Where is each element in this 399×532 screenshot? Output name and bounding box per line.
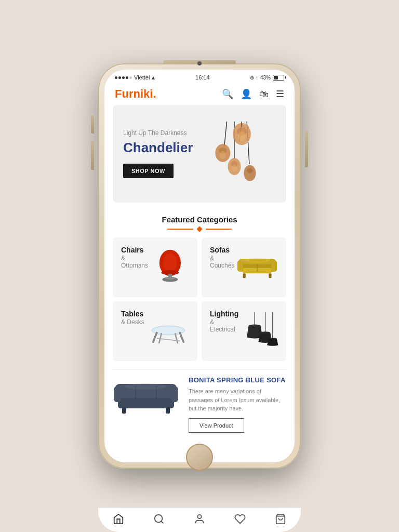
cat-sub-tables: & Desks — [121, 318, 144, 326]
cat-sub-lighting: & Electrical — [210, 318, 238, 333]
search-icon[interactable]: 🔍 — [222, 88, 233, 100]
cat-name-tables: Tables — [121, 310, 144, 318]
svg-point-13 — [238, 131, 246, 141]
category-card-lighting[interactable]: Lighting & Electrical — [202, 301, 286, 361]
carrier-label: Viettel — [134, 74, 150, 81]
wifi-icon: ▴ — [152, 74, 155, 81]
svg-rect-28 — [269, 273, 271, 278]
app-logo: Furniki. — [115, 87, 156, 101]
sofa-image — [236, 246, 278, 287]
battery-percent: 43% — [260, 75, 271, 81]
profile-icon[interactable]: 👤 — [241, 88, 252, 100]
lighting-image — [238, 310, 280, 351]
hero-subtitle: Light Up The Darkness — [123, 129, 193, 137]
cart-icon[interactable]: 🛍 — [259, 89, 269, 100]
product-image — [113, 376, 180, 420]
battery-icon — [273, 75, 284, 81]
svg-point-14 — [220, 151, 226, 158]
cat-name-chairs: Chairs — [121, 246, 148, 255]
svg-rect-27 — [243, 273, 245, 278]
svg-point-21 — [165, 277, 175, 280]
featured-product: BONITA SPRING BLUE SOFA There are many v… — [113, 369, 286, 439]
svg-rect-50 — [122, 407, 126, 414]
svg-rect-25 — [272, 260, 277, 271]
svg-point-41 — [260, 331, 271, 334]
category-card-sofas[interactable]: Sofas & Couches — [202, 237, 286, 297]
category-card-tables[interactable]: Tables & Desks — [113, 301, 197, 361]
view-product-button[interactable]: View Product — [189, 418, 244, 433]
svg-line-36 — [175, 334, 177, 343]
table-image — [148, 310, 189, 351]
svg-rect-47 — [171, 387, 178, 402]
app-header: Furniki. 🔍 👤 🛍 ☰ — [104, 83, 295, 105]
svg-point-32 — [154, 327, 182, 334]
section-header: Featured Categories — [104, 211, 295, 237]
svg-point-30 — [246, 258, 269, 263]
product-description: There are many variations of passages of… — [189, 387, 286, 413]
section-title: Featured Categories — [104, 215, 295, 224]
svg-point-52 — [125, 383, 166, 390]
hero-banner: Light Up The Darkness Chandelier SHOP NO… — [113, 105, 286, 203]
svg-rect-45 — [118, 398, 174, 408]
time-display: 16:14 — [195, 74, 210, 81]
categories-grid: Chairs & Ottomans — [104, 237, 295, 369]
svg-line-0 — [224, 121, 227, 146]
svg-rect-46 — [114, 387, 121, 402]
svg-rect-24 — [237, 260, 243, 271]
svg-point-12 — [247, 168, 253, 173]
svg-point-15 — [232, 164, 237, 171]
category-card-chairs[interactable]: Chairs & Ottomans — [113, 237, 197, 297]
svg-point-43 — [269, 338, 277, 340]
svg-line-34 — [180, 332, 183, 342]
chandelier-image — [193, 117, 276, 190]
status-bar: Viettel ▴ 16:14 ⊕ ↑ 43% — [104, 70, 295, 83]
svg-rect-51 — [166, 407, 170, 414]
cat-sub-chairs: & Ottomans — [121, 255, 148, 269]
svg-line-33 — [153, 332, 157, 342]
hero-title: Chandelier — [123, 140, 193, 156]
cat-name-sofas: Sofas — [210, 246, 236, 255]
chair-image — [148, 246, 190, 287]
location-icon: ⊕ ↑ — [250, 75, 258, 81]
section-divider — [104, 227, 295, 231]
cat-sub-sofas: & Couches — [210, 255, 236, 269]
product-name: BONITA SPRING BLUE SOFA — [189, 376, 286, 384]
svg-point-39 — [249, 324, 261, 327]
shop-now-button[interactable]: SHOP NOW — [123, 164, 174, 178]
menu-icon[interactable]: ☰ — [276, 88, 284, 100]
cat-name-lighting: Lighting — [210, 310, 238, 318]
svg-point-17 — [163, 253, 177, 273]
